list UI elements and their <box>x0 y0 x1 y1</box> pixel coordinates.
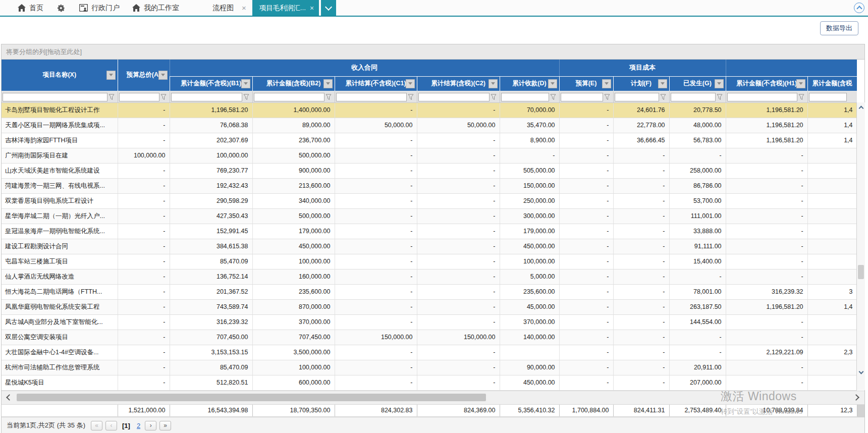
column-menu-button[interactable] <box>241 79 250 88</box>
cell-e[interactable]: - <box>559 330 613 345</box>
cell-e[interactable]: - <box>559 269 613 284</box>
cell-b1[interactable]: 316,239.32 <box>170 314 252 330</box>
cell-b1[interactable]: 427,350.43 <box>170 208 252 224</box>
table-row[interactable]: 广州南街国际项目在建100,000.00100,000.00500,000.00… <box>2 148 857 163</box>
cell-a[interactable]: - <box>118 345 170 360</box>
cell-h2[interactable] <box>807 254 857 269</box>
cell-d[interactable]: 179,000.00 <box>500 224 559 239</box>
cell-e[interactable]: - <box>559 208 613 224</box>
filter-input-b2[interactable] <box>254 93 324 101</box>
cell-a[interactable]: - <box>118 314 170 330</box>
column-header-c1[interactable]: 累计结算(不含税)(C1) <box>335 76 417 91</box>
column-menu-button[interactable] <box>602 79 611 88</box>
column-menu-button[interactable] <box>796 79 805 88</box>
cell-g[interactable]: 86,786.00 <box>669 178 726 193</box>
cell-b2[interactable]: 870,000.00 <box>252 299 335 314</box>
cell-b1[interactable]: 1,196,581.20 <box>170 102 252 118</box>
cell-h2[interactable]: 2,3 <box>807 345 857 360</box>
cell-f[interactable]: 22,778.00 <box>613 118 669 133</box>
cell-f[interactable]: - <box>613 163 669 178</box>
cell-a[interactable]: - <box>118 224 170 239</box>
cell-f[interactable]: - <box>613 178 669 193</box>
column-menu-button[interactable] <box>658 79 667 88</box>
cell-d[interactable]: 370,000.00 <box>500 314 559 330</box>
cell-e[interactable]: - <box>559 118 613 133</box>
scroll-up-button[interactable] <box>857 102 865 113</box>
filter-input-b1[interactable] <box>171 93 242 101</box>
funnel-icon[interactable] <box>160 94 167 100</box>
cell-h1[interactable]: - <box>726 178 807 193</box>
cell-h1[interactable]: - <box>726 224 807 239</box>
cell-h2[interactable] <box>807 375 857 390</box>
cell-b1[interactable]: 743,589.74 <box>170 299 252 314</box>
table-row[interactable]: 双棠香居项目弱电系统工程设计-290,598.29340,000.00--250… <box>2 193 857 208</box>
cell-b1[interactable]: 85,470.09 <box>170 254 252 269</box>
horizontal-scrollbar-thumb[interactable] <box>17 394 486 401</box>
funnel-icon[interactable] <box>326 94 332 100</box>
cell-b1[interactable]: 769,230.77 <box>170 163 252 178</box>
funnel-icon[interactable] <box>660 94 666 100</box>
cell-h2[interactable] <box>807 224 857 239</box>
prev-page-button[interactable]: ‹ <box>105 421 117 430</box>
cell-c2[interactable]: - <box>417 345 500 360</box>
cell-h1[interactable]: 1,196,581.20 <box>726 299 807 314</box>
cell-g[interactable]: 48,000.00 <box>669 118 726 133</box>
nav-home[interactable]: 首页 <box>29 4 43 13</box>
cell-c2[interactable]: 50,000.00 <box>417 118 500 133</box>
cell-e[interactable]: - <box>559 345 613 360</box>
cell-f[interactable]: - <box>613 299 669 314</box>
cell-c2[interactable]: - <box>417 375 500 390</box>
cell-h2[interactable] <box>807 360 857 375</box>
cell-b2[interactable]: 500,000.00 <box>252 208 335 224</box>
funnel-icon[interactable] <box>604 94 610 100</box>
filter-input-a[interactable] <box>119 93 159 101</box>
cell-d[interactable]: 150,000.00 <box>500 178 559 193</box>
cell-c1[interactable]: 150,000.00 <box>335 330 417 345</box>
column-menu-button[interactable] <box>489 79 498 88</box>
vertical-scrollbar-thumb[interactable] <box>858 265 864 279</box>
cell-f[interactable]: 24,601.76 <box>613 102 669 118</box>
table-row[interactable]: 大壮国际金融中心1-4#空调设备...-3,153,153.153,500,00… <box>2 345 857 360</box>
cell-c1[interactable]: - <box>335 254 417 269</box>
cell-h2[interactable] <box>807 208 857 224</box>
cell-h2[interactable]: 1,4 <box>807 133 857 148</box>
cell-e[interactable]: - <box>559 224 613 239</box>
cell-b1[interactable]: 707,450.00 <box>170 330 252 345</box>
cell-e[interactable]: - <box>559 178 613 193</box>
cell-c2[interactable]: - <box>417 254 500 269</box>
cell-b2[interactable]: 3,500,000.00 <box>252 345 335 360</box>
cell-d[interactable]: 5,000.00 <box>500 269 559 284</box>
cell-d[interactable]: 100,000.00 <box>500 254 559 269</box>
cell-b2[interactable]: 450,000.00 <box>252 239 335 254</box>
cell-c1[interactable]: - <box>335 133 417 148</box>
cell-x[interactable]: 建设工程勘测设计合同 <box>2 239 118 254</box>
column-header-f[interactable]: 计划(F) <box>613 76 669 91</box>
table-row[interactable]: 凤凰华庭弱电智能化系统安装工程-743,589.74870,000.00--45… <box>2 299 857 314</box>
cell-b2[interactable]: 340,000.00 <box>252 193 335 208</box>
data-export-button[interactable]: 数据导出 <box>820 21 858 35</box>
cell-b1[interactable]: 152,991.45 <box>170 224 252 239</box>
cell-x[interactable]: 大壮国际金融中心1-4#空调设备... <box>2 345 118 360</box>
cell-a[interactable]: - <box>118 284 170 299</box>
cell-a[interactable]: - <box>118 254 170 269</box>
cell-g[interactable]: 207,000.00 <box>669 375 726 390</box>
close-icon[interactable]: × <box>310 4 314 12</box>
cell-c2[interactable]: - <box>417 193 500 208</box>
scroll-right-button[interactable] <box>847 395 864 400</box>
column-header-b1[interactable]: 累计金额(不含税)(B1) <box>170 76 252 91</box>
cell-e[interactable]: - <box>559 102 613 118</box>
cell-g[interactable]: 15,400.00 <box>669 254 726 269</box>
cell-d[interactable]: 235,600.00 <box>500 284 559 299</box>
cell-a[interactable]: - <box>118 208 170 224</box>
gear-icon[interactable] <box>57 4 65 12</box>
table-row[interactable]: 皇冠温泉海岸一期弱电智能化系统...-152,991.45179,000.00-… <box>2 224 857 239</box>
table-row[interactable]: 凤古城A商业部分及地下室智能化...-316,239.32370,000.00-… <box>2 314 857 330</box>
cell-f[interactable]: - <box>613 224 669 239</box>
cell-b2[interactable]: 100,000.00 <box>252 360 335 375</box>
cell-f[interactable]: - <box>613 314 669 330</box>
cell-d[interactable]: - <box>500 148 559 163</box>
tab-project-profit-summary[interactable]: 项目毛利润汇... × <box>252 0 319 16</box>
cell-a[interactable]: - <box>118 193 170 208</box>
cell-x[interactable]: 吉林洋海韵家园FTTH项目 <box>2 133 118 148</box>
column-header-h2[interactable]: 累计金额(含税 <box>807 76 857 91</box>
